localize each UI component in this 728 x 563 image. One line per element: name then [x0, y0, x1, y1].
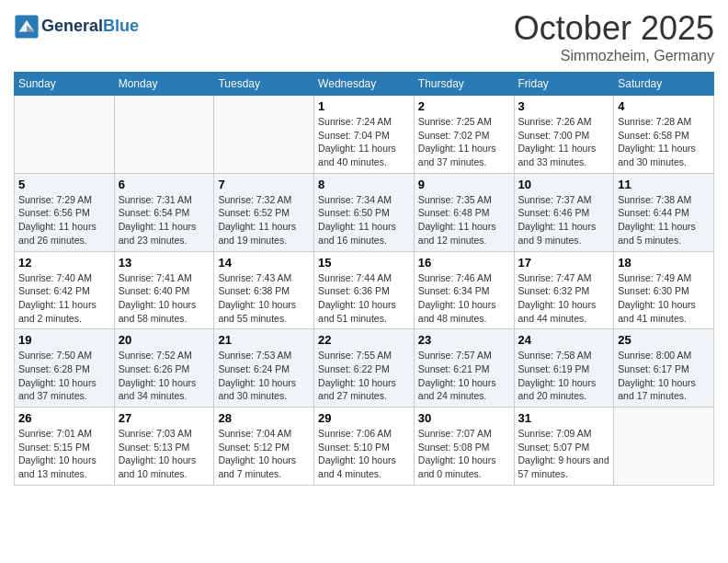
day-number: 12: [18, 256, 110, 270]
calendar-week-row: 12Sunrise: 7:40 AMSunset: 6:42 PMDayligh…: [15, 251, 714, 329]
day-info: Sunrise: 7:35 AMSunset: 6:48 PMDaylight:…: [418, 193, 510, 247]
calendar-week-row: 1Sunrise: 7:24 AMSunset: 7:04 PMDaylight…: [15, 96, 714, 174]
calendar-cell: 29Sunrise: 7:06 AMSunset: 5:10 PMDayligh…: [314, 408, 415, 486]
day-info: Sunrise: 7:50 AMSunset: 6:28 PMDaylight:…: [18, 349, 110, 403]
day-info: Sunrise: 7:52 AMSunset: 6:26 PMDaylight:…: [119, 349, 210, 403]
calendar-cell: 24Sunrise: 7:58 AMSunset: 6:19 PMDayligh…: [514, 329, 614, 408]
calendar-cell: 19Sunrise: 7:50 AMSunset: 6:28 PMDayligh…: [15, 329, 115, 408]
calendar-week-row: 26Sunrise: 7:01 AMSunset: 5:15 PMDayligh…: [15, 408, 714, 486]
calendar-cell: 22Sunrise: 7:55 AMSunset: 6:22 PMDayligh…: [314, 329, 415, 408]
day-info: Sunrise: 7:55 AMSunset: 6:22 PMDaylight:…: [318, 349, 410, 403]
day-number: 2: [418, 99, 510, 113]
weekday-header: Sunday: [15, 73, 115, 96]
day-number: 13: [119, 256, 210, 270]
day-number: 6: [119, 178, 210, 191]
day-number: 29: [318, 411, 410, 425]
day-info: Sunrise: 7:28 AMSunset: 6:58 PMDaylight:…: [618, 115, 710, 169]
day-number: 5: [18, 178, 110, 191]
day-info: Sunrise: 7:25 AMSunset: 7:02 PMDaylight:…: [418, 115, 510, 169]
day-number: 31: [518, 411, 610, 425]
day-info: Sunrise: 7:34 AMSunset: 6:50 PMDaylight:…: [318, 193, 410, 247]
day-number: 15: [318, 256, 410, 270]
calendar-cell: 30Sunrise: 7:07 AMSunset: 5:08 PMDayligh…: [414, 408, 514, 486]
page-header: GeneralBlue October 2025 Simmozheim, Ger…: [14, 9, 714, 64]
calendar-cell: 26Sunrise: 7:01 AMSunset: 5:15 PMDayligh…: [15, 408, 115, 486]
day-info: Sunrise: 7:41 AMSunset: 6:40 PMDaylight:…: [119, 271, 210, 326]
calendar-cell: 10Sunrise: 7:37 AMSunset: 6:46 PMDayligh…: [514, 173, 614, 251]
day-number: 3: [518, 99, 610, 113]
calendar-cell: 5Sunrise: 7:29 AMSunset: 6:56 PMDaylight…: [15, 173, 115, 251]
calendar-cell: 18Sunrise: 7:49 AMSunset: 6:30 PMDayligh…: [614, 251, 714, 329]
day-info: Sunrise: 7:38 AMSunset: 6:44 PMDaylight:…: [618, 193, 710, 247]
day-number: 27: [119, 411, 210, 425]
day-number: 16: [418, 256, 510, 270]
calendar-week-row: 5Sunrise: 7:29 AMSunset: 6:56 PMDaylight…: [15, 173, 714, 251]
day-number: 11: [618, 178, 710, 191]
calendar-cell: [15, 96, 115, 174]
day-number: 23: [418, 333, 510, 347]
day-info: Sunrise: 7:09 AMSunset: 5:07 PMDaylight:…: [518, 427, 610, 481]
weekday-header: Friday: [514, 73, 614, 96]
calendar-table: SundayMondayTuesdayWednesdayThursdayFrid…: [14, 72, 714, 486]
logo: GeneralBlue: [14, 14, 139, 40]
title-section: October 2025 Simmozheim, Germany: [514, 9, 714, 64]
calendar-cell: 14Sunrise: 7:43 AMSunset: 6:38 PMDayligh…: [214, 251, 314, 329]
day-number: 26: [18, 411, 110, 425]
calendar-cell: 17Sunrise: 7:47 AMSunset: 6:32 PMDayligh…: [514, 251, 614, 329]
day-info: Sunrise: 7:06 AMSunset: 5:10 PMDaylight:…: [318, 427, 410, 481]
day-number: 25: [618, 333, 710, 347]
day-info: Sunrise: 8:00 AMSunset: 6:17 PMDaylight:…: [618, 349, 710, 403]
day-number: 24: [518, 333, 610, 347]
calendar-cell: 27Sunrise: 7:03 AMSunset: 5:13 PMDayligh…: [114, 408, 214, 486]
calendar-cell: [214, 96, 314, 174]
weekday-header-row: SundayMondayTuesdayWednesdayThursdayFrid…: [15, 73, 714, 96]
day-number: 4: [618, 99, 710, 113]
weekday-header: Saturday: [614, 73, 714, 96]
day-info: Sunrise: 7:31 AMSunset: 6:54 PMDaylight:…: [119, 193, 210, 247]
location: Simmozheim, Germany: [514, 48, 714, 64]
day-info: Sunrise: 7:32 AMSunset: 6:52 PMDaylight:…: [218, 193, 310, 247]
weekday-header: Wednesday: [314, 73, 415, 96]
calendar-cell: 15Sunrise: 7:44 AMSunset: 6:36 PMDayligh…: [314, 251, 415, 329]
day-info: Sunrise: 7:37 AMSunset: 6:46 PMDaylight:…: [518, 193, 610, 247]
calendar-cell: 4Sunrise: 7:28 AMSunset: 6:58 PMDaylight…: [614, 96, 714, 174]
calendar-cell: 28Sunrise: 7:04 AMSunset: 5:12 PMDayligh…: [214, 408, 314, 486]
day-info: Sunrise: 7:43 AMSunset: 6:38 PMDaylight:…: [218, 271, 310, 326]
day-info: Sunrise: 7:03 AMSunset: 5:13 PMDaylight:…: [119, 427, 210, 481]
day-number: 19: [18, 333, 110, 347]
day-info: Sunrise: 7:40 AMSunset: 6:42 PMDaylight:…: [18, 271, 110, 326]
calendar-cell: 1Sunrise: 7:24 AMSunset: 7:04 PMDaylight…: [314, 96, 415, 174]
day-number: 21: [218, 333, 310, 347]
day-info: Sunrise: 7:24 AMSunset: 7:04 PMDaylight:…: [318, 115, 410, 169]
logo-icon: [14, 14, 40, 40]
day-number: 18: [618, 256, 710, 270]
day-info: Sunrise: 7:44 AMSunset: 6:36 PMDaylight:…: [318, 271, 410, 326]
day-info: Sunrise: 7:26 AMSunset: 7:00 PMDaylight:…: [518, 115, 610, 169]
day-info: Sunrise: 7:49 AMSunset: 6:30 PMDaylight:…: [618, 271, 710, 326]
calendar-cell: 3Sunrise: 7:26 AMSunset: 7:00 PMDaylight…: [514, 96, 614, 174]
weekday-header: Thursday: [414, 73, 514, 96]
day-number: 30: [418, 411, 510, 425]
weekday-header: Tuesday: [214, 73, 314, 96]
day-number: 9: [418, 178, 510, 191]
calendar-cell: 6Sunrise: 7:31 AMSunset: 6:54 PMDaylight…: [114, 173, 214, 251]
day-info: Sunrise: 7:01 AMSunset: 5:15 PMDaylight:…: [18, 427, 110, 481]
calendar-cell: [114, 96, 214, 174]
calendar-cell: 2Sunrise: 7:25 AMSunset: 7:02 PMDaylight…: [414, 96, 514, 174]
calendar-cell: 11Sunrise: 7:38 AMSunset: 6:44 PMDayligh…: [614, 173, 714, 251]
day-number: 20: [119, 333, 210, 347]
calendar-cell: 20Sunrise: 7:52 AMSunset: 6:26 PMDayligh…: [114, 329, 214, 408]
calendar-cell: 23Sunrise: 7:57 AMSunset: 6:21 PMDayligh…: [414, 329, 514, 408]
day-info: Sunrise: 7:07 AMSunset: 5:08 PMDaylight:…: [418, 427, 510, 481]
month-title: October 2025: [514, 9, 714, 48]
day-info: Sunrise: 7:47 AMSunset: 6:32 PMDaylight:…: [518, 271, 610, 326]
calendar-cell: 7Sunrise: 7:32 AMSunset: 6:52 PMDaylight…: [214, 173, 314, 251]
day-number: 7: [218, 178, 310, 191]
day-number: 1: [318, 99, 410, 113]
day-info: Sunrise: 7:53 AMSunset: 6:24 PMDaylight:…: [218, 349, 310, 403]
calendar-cell: 13Sunrise: 7:41 AMSunset: 6:40 PMDayligh…: [114, 251, 214, 329]
calendar-cell: 21Sunrise: 7:53 AMSunset: 6:24 PMDayligh…: [214, 329, 314, 408]
day-info: Sunrise: 7:57 AMSunset: 6:21 PMDaylight:…: [418, 349, 510, 403]
calendar-cell: 8Sunrise: 7:34 AMSunset: 6:50 PMDaylight…: [314, 173, 415, 251]
day-info: Sunrise: 7:04 AMSunset: 5:12 PMDaylight:…: [218, 427, 310, 481]
